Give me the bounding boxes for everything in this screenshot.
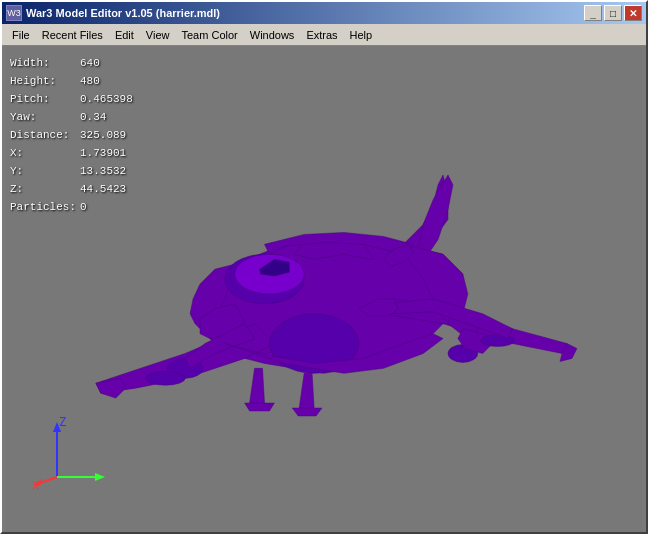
title-bar: W3 War3 Model Editor v1.05 (harrier.mdl)… [2, 2, 646, 24]
minimize-button[interactable]: _ [584, 5, 602, 21]
stat-row: Particles:0 [10, 198, 133, 216]
stat-row: Y:13.3532 [10, 162, 133, 180]
menu-item-windows[interactable]: Windows [244, 27, 301, 43]
stat-value: 1.73901 [80, 144, 126, 162]
stat-value: 640 [80, 54, 100, 72]
menu-item-file[interactable]: File [6, 27, 36, 43]
menu-item-edit[interactable]: Edit [109, 27, 140, 43]
svg-text:Z: Z [59, 415, 66, 429]
svg-point-25 [481, 335, 515, 347]
svg-text:X: X [32, 479, 40, 492]
stat-row: Yaw:0.34 [10, 108, 133, 126]
stat-value: 0.34 [80, 108, 106, 126]
menu-item-team-color[interactable]: Team Color [176, 27, 244, 43]
stat-value: 44.5423 [80, 180, 126, 198]
main-window: W3 War3 Model Editor v1.05 (harrier.mdl)… [0, 0, 648, 534]
window-title: War3 Model Editor v1.05 (harrier.mdl) [26, 7, 220, 19]
stat-value: 13.3532 [80, 162, 126, 180]
close-button[interactable]: ✕ [624, 5, 642, 21]
stat-value: 480 [80, 72, 100, 90]
svg-marker-15 [245, 403, 275, 411]
menu-item-view[interactable]: View [140, 27, 176, 43]
menu-bar: FileRecent FilesEditViewTeam ColorWindow… [2, 24, 646, 46]
stat-label: X: [10, 144, 80, 162]
stat-value: 0 [80, 198, 87, 216]
stat-label: Width: [10, 54, 80, 72]
stat-row: Height:480 [10, 72, 133, 90]
stat-row: Z:44.5423 [10, 180, 133, 198]
stats-overlay: Width:640Height:480Pitch:0.465398Yaw:0.3… [10, 54, 133, 216]
stat-label: Particles: [10, 198, 80, 216]
stat-label: Height: [10, 72, 80, 90]
3d-viewport[interactable]: Width:640Height:480Pitch:0.465398Yaw:0.3… [2, 46, 646, 532]
main-viewport[interactable]: Width:640Height:480Pitch:0.465398Yaw:0.3… [2, 46, 646, 532]
stat-value: 325.089 [80, 126, 126, 144]
axes-indicator: Z X [32, 412, 112, 492]
stat-label: Distance: [10, 126, 80, 144]
stat-row: Width:640 [10, 54, 133, 72]
stat-label: Y: [10, 162, 80, 180]
stat-label: Z: [10, 180, 80, 198]
app-icon: W3 [6, 5, 22, 21]
stat-value: 0.465398 [80, 90, 133, 108]
stat-row: X:1.73901 [10, 144, 133, 162]
svg-marker-39 [95, 473, 105, 481]
maximize-button[interactable]: □ [604, 5, 622, 21]
stat-label: Yaw: [10, 108, 80, 126]
menu-item-extras[interactable]: Extras [300, 27, 343, 43]
stat-row: Distance:325.089 [10, 126, 133, 144]
stat-row: Pitch:0.465398 [10, 90, 133, 108]
title-buttons: _ □ ✕ [584, 5, 642, 21]
stat-label: Pitch: [10, 90, 80, 108]
menu-item-help[interactable]: Help [344, 27, 379, 43]
title-bar-left: W3 War3 Model Editor v1.05 (harrier.mdl) [6, 5, 220, 21]
svg-point-24 [145, 371, 185, 385]
menu-item-recent-files[interactable]: Recent Files [36, 27, 109, 43]
